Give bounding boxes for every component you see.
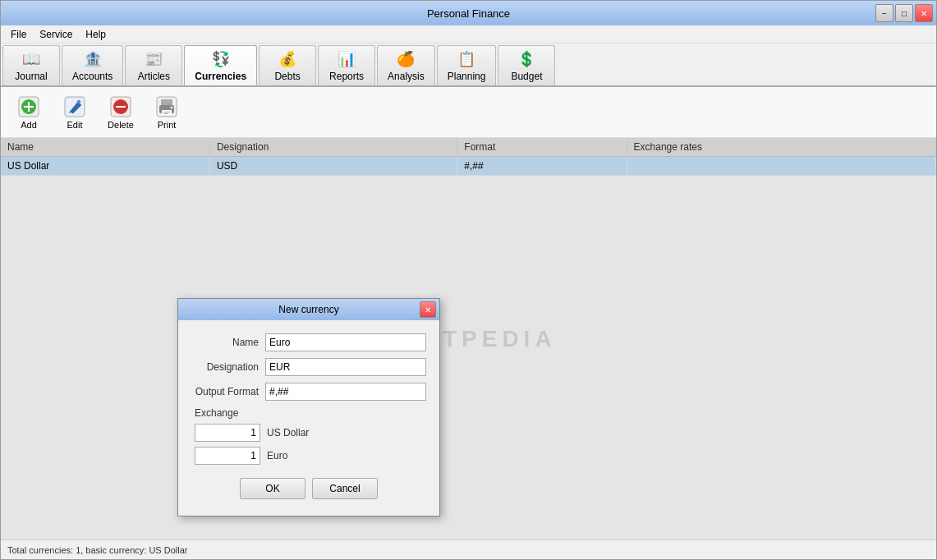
output-format-input[interactable] — [265, 383, 426, 401]
exchange-label: Exchange — [191, 407, 426, 419]
title-bar: Personal Finance − □ ✕ — [1, 1, 936, 25]
exchange-eur-row: Euro — [191, 447, 426, 465]
tab-articles[interactable]: 📰 Articles — [125, 45, 182, 85]
planning-icon: 📋 — [457, 49, 476, 69]
menu-bar: File Service Help — [1, 25, 936, 44]
exchange-section: Exchange US Dollar Euro — [191, 407, 426, 465]
minimize-button[interactable]: − — [875, 4, 893, 22]
dialog-title: New currency — [278, 304, 338, 315]
dialog-buttons: OK Cancel — [191, 478, 426, 503]
svg-rect-14 — [163, 113, 168, 114]
print-icon — [155, 95, 178, 118]
svg-rect-3 — [24, 106, 34, 108]
print-button[interactable]: Print — [145, 91, 188, 134]
tab-analysis[interactable]: 🍊 Analysis — [377, 45, 435, 85]
currencies-icon: 💱 — [211, 49, 231, 69]
modal-overlay: New currency ✕ Name Designation — [1, 138, 936, 539]
articles-icon: 📰 — [144, 49, 163, 69]
budget-icon: 💲 — [517, 49, 536, 69]
name-input[interactable] — [265, 333, 426, 351]
output-format-label: Output Format — [191, 386, 265, 397]
table-area: SOFTPEDIA Name Designation Format Exchan… — [1, 138, 936, 539]
reports-icon: 📊 — [337, 49, 356, 69]
exchange-usd-currency: US Dollar — [267, 427, 309, 438]
svg-rect-13 — [163, 112, 170, 112]
ok-button[interactable]: OK — [240, 478, 305, 499]
status-bar: Total currencies: 1, basic currency: US … — [1, 539, 936, 559]
tab-debts[interactable]: 💰 Debts — [259, 45, 316, 85]
edit-button[interactable]: Edit — [53, 91, 96, 134]
format-row: Output Format — [191, 383, 426, 401]
maximize-button[interactable]: □ — [895, 4, 913, 22]
delete-icon — [109, 95, 132, 118]
window-title: Personal Finance — [427, 7, 510, 20]
tab-bar: 📖 Journal 🏦 Accounts 📰 Articles 💱 Curren… — [1, 44, 936, 87]
menu-help[interactable]: Help — [79, 27, 113, 42]
accounts-icon: 🏦 — [83, 49, 103, 69]
exchange-usd-row: US Dollar — [191, 424, 426, 442]
cancel-button[interactable]: Cancel — [312, 478, 378, 499]
tab-currencies[interactable]: 💱 Currencies — [184, 45, 257, 85]
add-icon — [17, 95, 40, 118]
analysis-icon: 🍊 — [396, 49, 416, 69]
edit-icon — [63, 95, 86, 118]
tab-budget[interactable]: 💲 Budget — [498, 45, 555, 85]
exchange-eur-currency: Euro — [267, 450, 287, 461]
designation-input[interactable] — [265, 358, 426, 376]
name-row: Name — [191, 333, 426, 351]
tab-planning[interactable]: 📋 Planning — [437, 45, 497, 85]
exchange-usd-input[interactable] — [195, 424, 260, 442]
exchange-eur-input[interactable] — [195, 447, 260, 465]
window-controls: − □ ✕ — [875, 4, 933, 22]
designation-row: Designation — [191, 358, 426, 376]
svg-rect-8 — [116, 106, 126, 108]
dialog-title-bar: New currency ✕ — [178, 299, 439, 320]
action-bar: Add Edit Delete — [1, 87, 936, 138]
window-close-button[interactable]: ✕ — [915, 4, 933, 22]
main-window: Personal Finance − □ ✕ File Service Help… — [0, 0, 937, 560]
tab-reports[interactable]: 📊 Reports — [318, 45, 375, 85]
menu-service[interactable]: Service — [33, 27, 79, 42]
add-button[interactable]: Add — [7, 91, 50, 134]
designation-label: Designation — [191, 361, 265, 373]
delete-button[interactable]: Delete — [99, 91, 142, 134]
dialog-close-button[interactable]: ✕ — [420, 301, 436, 318]
menu-file[interactable]: File — [4, 27, 33, 42]
tab-journal[interactable]: 📖 Journal — [2, 45, 60, 85]
status-text: Total currencies: 1, basic currency: US … — [7, 545, 187, 555]
name-label: Name — [191, 337, 265, 348]
debts-icon: 💰 — [278, 49, 297, 69]
new-currency-dialog: New currency ✕ Name Designation — [177, 298, 440, 516]
journal-icon: 📖 — [21, 49, 41, 69]
dialog-body: Name Designation Output Format — [178, 320, 439, 516]
svg-point-15 — [171, 106, 173, 108]
tab-accounts[interactable]: 🏦 Accounts — [62, 45, 123, 85]
